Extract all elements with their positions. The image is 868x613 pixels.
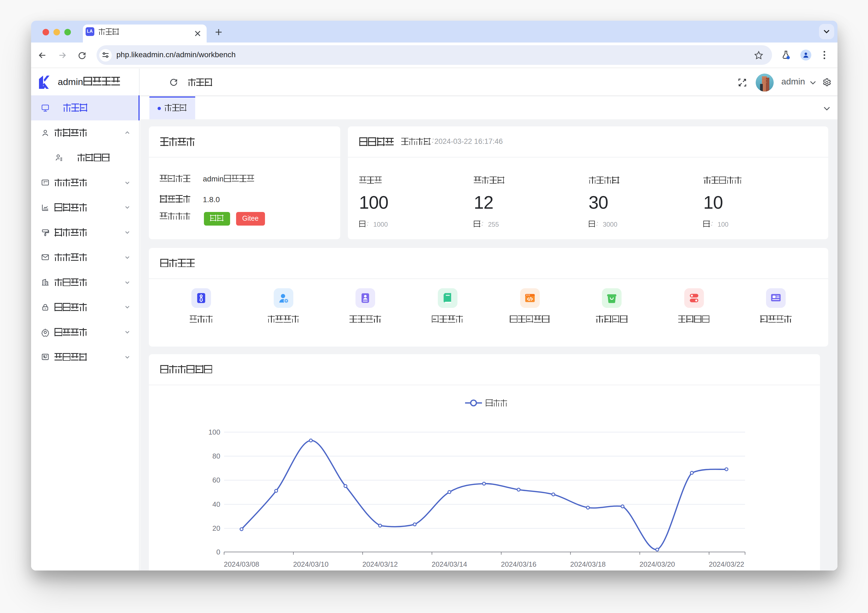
svg-text:2024/03/18: 2024/03/18 (570, 560, 606, 568)
svg-text:2024/03/16: 2024/03/16 (501, 560, 536, 568)
svg-text:2024/03/12: 2024/03/12 (362, 560, 398, 568)
svg-text:100: 100 (209, 428, 220, 436)
svg-text:60: 60 (212, 476, 220, 484)
svg-text:2024/03/10: 2024/03/10 (293, 560, 329, 568)
svg-text:2024/03/08: 2024/03/08 (224, 560, 259, 568)
svg-text:20: 20 (212, 524, 220, 533)
svg-text:2024/03/20: 2024/03/20 (640, 560, 675, 568)
svg-text:2024/03/14: 2024/03/14 (432, 560, 467, 568)
svg-text:2024/03/22: 2024/03/22 (709, 560, 744, 568)
svg-text:40: 40 (212, 500, 220, 508)
svg-text:0: 0 (217, 548, 220, 556)
svg-text:80: 80 (212, 452, 220, 460)
